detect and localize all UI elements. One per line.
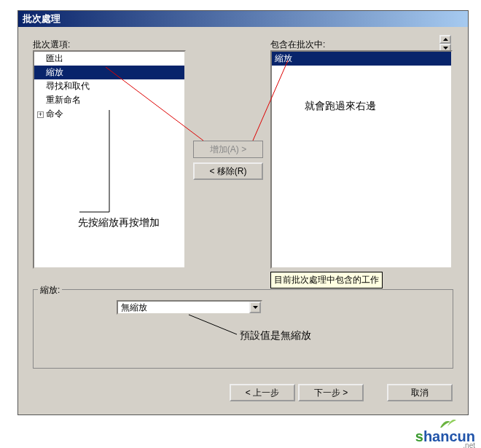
svg-marker-0	[443, 38, 448, 41]
list-item[interactable]: 匯出	[34, 52, 184, 66]
annotation-left: 先按縮放再按增加	[78, 216, 160, 229]
combo-dropdown-button[interactable]	[249, 302, 261, 313]
watermark-sub: .net	[463, 441, 475, 448]
back-button-label: < 上一步	[246, 387, 279, 399]
svg-marker-2	[253, 306, 258, 309]
tooltip-text: 目前批次處理中包含的工作	[274, 275, 379, 285]
list-item[interactable]: 縮放	[34, 66, 184, 79]
scale-combo[interactable]: 無縮放	[117, 300, 262, 315]
dialog-body: 批次選項: 包含在批次中: 匯出 縮放 尋找和取代 重新命名 +命令 縮放 增加…	[18, 27, 468, 414]
cancel-button-label: 取消	[411, 387, 429, 399]
list-item[interactable]: 縮放	[272, 52, 451, 66]
remove-button[interactable]: < 移除(R)	[193, 162, 263, 180]
move-up-button[interactable]	[439, 35, 451, 44]
next-button-label: 下一步 >	[314, 387, 348, 399]
included-listbox[interactable]: 縮放	[270, 50, 453, 269]
add-button[interactable]: 增加(A) >	[193, 141, 263, 158]
tooltip: 目前批次處理中包含的工作	[270, 272, 383, 288]
remove-button-label: < 移除(R)	[210, 165, 247, 178]
watermark-leaf-icon	[437, 416, 458, 429]
back-button[interactable]: < 上一步	[230, 384, 295, 401]
list-item-label: 命令	[46, 109, 63, 119]
list-item-expandable[interactable]: +命令	[34, 107, 184, 121]
titlebar: 批次處理	[18, 11, 468, 27]
window-title: 批次處理	[23, 12, 60, 25]
next-button[interactable]: 下一步 >	[298, 384, 364, 401]
add-button-label: 增加(A) >	[210, 144, 246, 156]
included-label: 包含在批次中:	[270, 39, 325, 51]
list-item[interactable]: 重新命名	[34, 93, 184, 107]
groupbox-label: 縮放:	[38, 284, 62, 296]
options-label: 批次選項:	[33, 39, 70, 51]
plus-icon[interactable]: +	[37, 111, 44, 118]
annotation-right: 就會跑過來右邊	[305, 100, 376, 113]
svg-marker-1	[443, 47, 448, 50]
annotation-bottom: 預設值是無縮放	[240, 329, 311, 342]
cancel-button[interactable]: 取消	[387, 384, 453, 401]
options-listbox[interactable]: 匯出 縮放 尋找和取代 重新命名 +命令	[33, 50, 186, 269]
chevron-down-icon	[253, 306, 258, 309]
list-item[interactable]: 尋找和取代	[34, 79, 184, 93]
watermark-s: s	[415, 428, 423, 444]
batch-dialog: 批次處理 批次選項: 包含在批次中: 匯出 縮放 尋找和取代 重新命名 +命令 …	[17, 10, 469, 415]
combo-value: 無縮放	[118, 301, 249, 315]
